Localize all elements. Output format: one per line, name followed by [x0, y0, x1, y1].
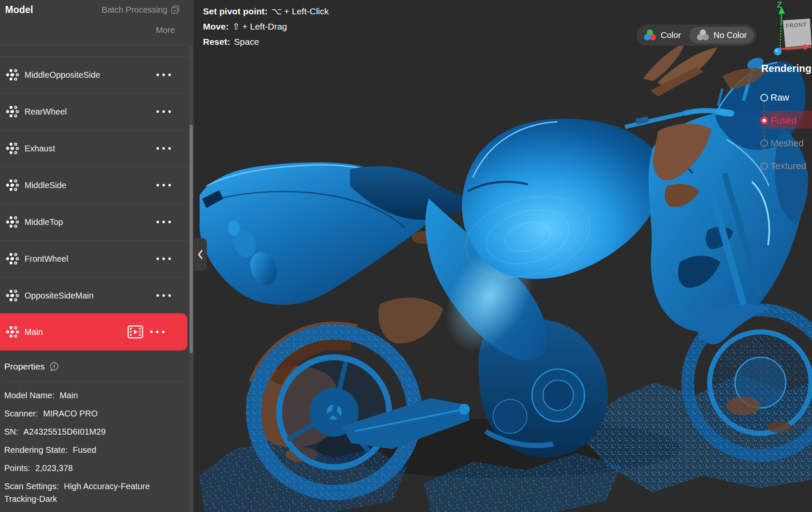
hint-set-pivot: Set pivot point:⌥ + Left-Click [203, 4, 329, 19]
item-options-icon[interactable] [156, 147, 171, 150]
color-toggle: Color No Color [636, 25, 756, 46]
model-item-label: FrontWheel [25, 254, 68, 264]
rendering-option-fused-selected[interactable]: Fused [760, 115, 796, 126]
color-option[interactable]: Color [643, 29, 681, 41]
rendering-panel: Rendering Raw Fused Meshed Textured [757, 63, 812, 74]
model-item-middletop[interactable]: MiddleTop [0, 203, 194, 240]
rendering-option-textured-disabled: Textured [760, 161, 806, 172]
item-options-icon[interactable] [156, 257, 171, 260]
model-item-label: MiddleOppositeSide [25, 70, 100, 80]
model-item-label: MiddleTop [25, 217, 63, 227]
point-cloud-icon [6, 141, 20, 156]
rendering-title: Rendering [757, 63, 812, 74]
point-cloud-icon [6, 215, 20, 229]
model-item-rearwheel[interactable]: RearWheel [0, 93, 194, 130]
model-item-middleoppositeside[interactable]: MiddleOppositeSide [0, 56, 194, 93]
model-item-middleside[interactable]: MiddleSide [0, 167, 194, 203]
batch-processing-button[interactable]: Batch Processing [102, 5, 181, 15]
playback-film-icon[interactable] [127, 325, 143, 339]
3d-viewport[interactable]: Set pivot point:⌥ + Left-Click Move:⇧ + … [194, 0, 812, 512]
point-cloud-icon [6, 178, 20, 192]
rendering-option-label: Fused [771, 115, 796, 126]
radio-textured [760, 162, 768, 170]
model-item-oppositesidemain[interactable]: OppositeSideMain [0, 277, 194, 314]
orientation-gizmo[interactable]: Z FRONT [759, 0, 812, 59]
model-item-label: MiddleSide [25, 181, 66, 190]
gizmo-axes-icon [759, 0, 812, 59]
property-model-name: Model Name:Main [4, 389, 184, 402]
no-color-option-selected[interactable]: No Color [689, 27, 754, 44]
gizmo-z-axis-label: Z [777, 0, 782, 10]
radio-meshed [760, 140, 768, 147]
model-item-label: Main [25, 327, 43, 337]
point-cloud-icon [6, 68, 20, 82]
properties-title: Properties [4, 361, 45, 372]
property-scan-settings: Scan Settings:High Accuracy-Feature Trac… [4, 480, 184, 505]
color-option-label: Color [661, 30, 681, 40]
sidebar-header: Model Batch Processing More [0, 0, 194, 45]
app-window: Model Batch Processing More MiddleOpposi… [0, 0, 812, 512]
model-item-frontwheel[interactable]: FrontWheel [0, 240, 194, 277]
point-cloud-icon [6, 104, 20, 119]
property-points: Points:2,023,378 [4, 462, 184, 474]
motorcycle-point-cloud-canvas[interactable] [194, 0, 812, 512]
model-item-main-selected[interactable]: Main [0, 313, 187, 350]
no-color-option-label: No Color [713, 30, 747, 40]
rendering-option-label: Textured [771, 161, 806, 172]
item-options-icon[interactable] [156, 294, 171, 297]
model-item-exhaust[interactable]: Exhaust [0, 130, 194, 167]
gray-color-icon [696, 29, 710, 41]
sidebar-collapse-handle[interactable] [194, 238, 207, 271]
model-item-label: RearWheel [25, 107, 67, 117]
properties-list: Model Name:Main Scanner:MIRACO PRO SN:A2… [4, 389, 184, 511]
item-options-icon[interactable] [156, 74, 171, 76]
rendering-option-label: Raw [771, 92, 789, 103]
point-cloud-icon [6, 288, 20, 303]
info-icon[interactable] [49, 361, 59, 372]
property-sn: SN:A24325515D6I01M29 [4, 425, 184, 438]
rendering-options-connector [764, 101, 765, 163]
item-options-icon[interactable] [156, 184, 171, 186]
divider [4, 381, 187, 382]
item-options-icon[interactable] [150, 331, 165, 333]
batch-processing-icon [170, 5, 181, 15]
viewport-hotkey-hints: Set pivot point:⌥ + Left-Click Move:⇧ + … [203, 4, 329, 49]
rendering-option-meshed-disabled: Meshed [760, 138, 804, 149]
item-options-icon[interactable] [156, 221, 171, 223]
point-cloud-icon [6, 252, 20, 266]
model-sidebar: Model Batch Processing More MiddleOpposi… [0, 0, 194, 512]
property-rendering-state: Rendering State:Fused [4, 444, 184, 456]
radio-raw[interactable] [760, 94, 768, 101]
model-item-label: OppositeSideMain [25, 291, 93, 301]
property-scanner: Scanner:MIRACO PRO [4, 407, 184, 420]
model-list: MiddleOppositeSide RearWheel Exhaust Mid… [0, 56, 194, 350]
properties-header: Properties [4, 361, 59, 372]
more-button[interactable]: More [156, 25, 175, 35]
item-options-icon[interactable] [156, 110, 171, 113]
radio-fused[interactable] [760, 117, 768, 124]
chevron-left-icon [196, 246, 205, 263]
hint-move: Move:⇧ + Left-Drag [203, 19, 329, 34]
rendering-option-label: Meshed [771, 138, 804, 149]
panel-title: Model [5, 4, 33, 16]
model-item-label: Exhaust [25, 144, 55, 153]
rendering-option-raw[interactable]: Raw [760, 92, 789, 103]
point-cloud-icon [6, 325, 20, 339]
sidebar-scrollbar-thumb[interactable] [189, 125, 193, 353]
rgb-color-icon [643, 29, 657, 41]
batch-processing-label: Batch Processing [102, 5, 167, 15]
hint-reset: Reset:Space [203, 34, 329, 49]
